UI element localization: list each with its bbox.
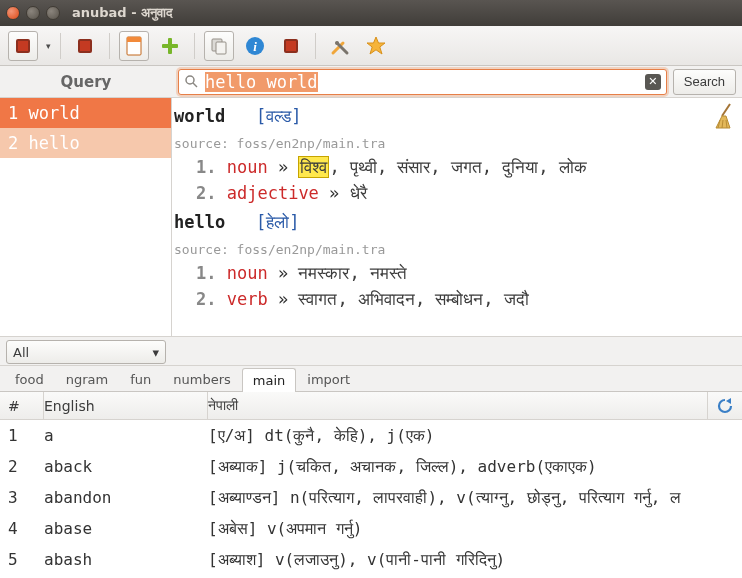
transliteration: [वल्ड] [256, 106, 301, 126]
sense-number: 1. [196, 263, 216, 283]
svg-marker-24 [726, 398, 731, 404]
filter-dropdown[interactable]: All ▾ [6, 340, 166, 364]
sidebar-item[interactable]: 1 world [0, 98, 171, 128]
cell-num: 1 [0, 426, 44, 445]
table-row[interactable]: 2 aback [अब्याक] j(चकित, अचानक, जिल्ल), … [0, 451, 742, 482]
query-row: Query ✕ Search [0, 66, 742, 98]
dictionary-table: # English नेपाली 1 a [ए/अ] dt(कुनै, केहि… [0, 392, 742, 578]
arrow-icon: » [278, 289, 298, 309]
svg-marker-17 [367, 37, 385, 54]
svg-point-18 [186, 76, 194, 84]
add-button[interactable] [155, 31, 185, 61]
refresh-button[interactable] [708, 392, 742, 419]
column-header-num[interactable]: # [0, 392, 44, 419]
tab-ngram[interactable]: ngram [55, 367, 119, 391]
svg-point-16 [335, 41, 339, 45]
source-line: source: foss/en2np/main.tra [174, 136, 385, 151]
filter-value: All [13, 345, 29, 360]
translations: धेरै [350, 183, 367, 203]
table-row[interactable]: 5 abash [अब्याश] v(लजाउनु), v(पानी-पानी … [0, 544, 742, 575]
tab-import[interactable]: import [296, 367, 361, 391]
definition-pane: world [वल्ड] source: foss/en2np/main.tra… [172, 98, 742, 336]
tabs-row: food ngram fun numbers main import [0, 366, 742, 392]
copy-button[interactable] [204, 31, 234, 61]
sidebar-item[interactable]: 2 hello [0, 128, 171, 158]
svg-line-20 [722, 104, 730, 116]
window-title: anubad - अनुवाद [72, 5, 173, 21]
bookmark-button[interactable] [8, 31, 38, 61]
history-prev-button[interactable] [70, 31, 100, 61]
separator [315, 33, 316, 59]
mid-area: 1 world 2 hello world [वल्ड] source: fos… [0, 98, 742, 336]
search-button[interactable]: Search [673, 69, 736, 95]
chevron-down-icon[interactable]: ▾ [46, 41, 51, 51]
window-maximize-button[interactable] [46, 6, 60, 20]
broom-icon[interactable] [712, 102, 736, 139]
table-row[interactable]: 1 a [ए/अ] dt(कुनै, केहि), j(एक) [0, 420, 742, 451]
entry: world [वल्ड] source: foss/en2np/main.tra… [174, 104, 732, 206]
svg-rect-1 [18, 41, 28, 51]
sense-row: 1. noun » विश्व, पृथ्वी, संसार, जगत, दुन… [174, 155, 732, 181]
transliteration: [हेलो] [256, 212, 299, 232]
window-minimize-button[interactable] [26, 6, 40, 20]
sense-number: 2. [196, 289, 216, 309]
translations: स्वागत, अभिवादन, सम्बोधन, जदौ [298, 289, 528, 309]
cell-nepali: [अबेस] v(अपमान गर्नु) [208, 519, 708, 538]
tab-fun[interactable]: fun [119, 367, 162, 391]
svg-rect-5 [127, 37, 141, 42]
results-sidebar: 1 world 2 hello [0, 98, 172, 336]
cell-num: 5 [0, 550, 44, 569]
svg-text:i: i [253, 39, 257, 54]
cell-num: 2 [0, 457, 44, 476]
separator [109, 33, 110, 59]
separator [194, 33, 195, 59]
headword: world [174, 106, 225, 126]
tab-main[interactable]: main [242, 368, 296, 392]
sense-row: 1. noun » नमस्कार, नमस्ते [174, 261, 732, 287]
cell-nepali: [अब्याण्डन] n(परित्याग, लापरवाही), v(त्य… [208, 488, 708, 507]
arrow-icon: » [329, 183, 349, 203]
entry: hello [हेलो] source: foss/en2np/main.tra… [174, 210, 732, 312]
svg-rect-7 [162, 44, 178, 48]
toolbar: ▾ i [0, 26, 742, 66]
cell-num: 4 [0, 519, 44, 538]
cell-nepali: [ए/अ] dt(कुनै, केहि), j(एक) [208, 426, 708, 445]
table-row[interactable]: 4 abase [अबेस] v(अपमान गर्नु) [0, 513, 742, 544]
history-next-button[interactable] [276, 31, 306, 61]
sense-row: 2. verb » स्वागत, अभिवादन, सम्बोधन, जदौ [174, 287, 732, 313]
sense-number: 1. [196, 157, 216, 177]
search-input[interactable] [178, 69, 667, 95]
clear-icon[interactable]: ✕ [645, 74, 661, 90]
chevron-down-icon: ▾ [152, 345, 159, 360]
cell-nepali: [अब्याश] v(लजाउनु), v(पानी-पानी गरिदिनु) [208, 550, 708, 569]
favorite-button[interactable] [361, 31, 391, 61]
settings-button[interactable] [325, 31, 355, 61]
cell-english: aback [44, 457, 208, 476]
search-field: ✕ [178, 69, 667, 95]
part-of-speech: adjective [227, 183, 319, 203]
sense-number: 2. [196, 183, 216, 203]
separator [60, 33, 61, 59]
part-of-speech: noun [227, 157, 268, 177]
cell-english: a [44, 426, 208, 445]
part-of-speech: noun [227, 263, 268, 283]
cell-english: abash [44, 550, 208, 569]
part-of-speech: verb [227, 289, 268, 309]
tab-numbers[interactable]: numbers [162, 367, 242, 391]
column-header-english[interactable]: English [44, 392, 208, 419]
tab-food[interactable]: food [4, 367, 55, 391]
info-button[interactable]: i [240, 31, 270, 61]
svg-line-19 [193, 83, 197, 87]
sense-row: 2. adjective » धेरै [174, 181, 732, 207]
query-label: Query [0, 73, 172, 91]
new-document-button[interactable] [119, 31, 149, 61]
window-close-button[interactable] [6, 6, 20, 20]
cell-english: abase [44, 519, 208, 538]
search-icon [184, 74, 198, 91]
headword: hello [174, 212, 225, 232]
arrow-icon: » [278, 263, 298, 283]
table-row[interactable]: 3 abandon [अब्याण्डन] n(परित्याग, लापरवा… [0, 482, 742, 513]
translations: , पृथ्वी, संसार, जगत, दुनिया, लोक [329, 157, 586, 177]
translations: नमस्कार, नमस्ते [298, 263, 406, 283]
column-header-nepali[interactable]: नेपाली [208, 392, 708, 419]
